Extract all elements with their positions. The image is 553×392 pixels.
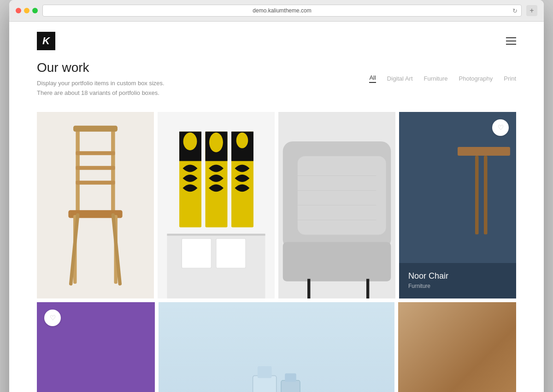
portfolio-item-chair[interactable] — [37, 112, 154, 298]
browser-window: demo.kaliumtheme.com ↻ + K Our work D — [9, 0, 544, 392]
light-inner — [159, 302, 394, 392]
svg-rect-12 — [167, 234, 265, 235]
site-header: K — [9, 22, 544, 60]
svg-rect-5 — [76, 181, 115, 185]
filter-furniture[interactable]: Furniture — [424, 75, 448, 82]
section-header: Our work Display your portfolio items in… — [37, 60, 516, 98]
svg-rect-3 — [76, 151, 115, 155]
sofa-inner — [278, 112, 395, 298]
site-logo[interactable]: K — [37, 32, 55, 50]
svg-point-17 — [183, 132, 197, 150]
section-title: Our work — [37, 60, 165, 75]
wood-texture — [398, 302, 516, 392]
traffic-lights — [16, 8, 38, 13]
svg-rect-27 — [307, 279, 310, 298]
svg-rect-36 — [253, 375, 276, 392]
heart-icon-purple: ♡ — [50, 314, 56, 321]
section-subtitle: Display your portfolio items in custom b… — [37, 79, 165, 98]
hamburger-menu[interactable] — [506, 37, 516, 45]
hamburger-line-1 — [506, 37, 516, 38]
heart-icon: ♡ — [498, 124, 504, 131]
chair-svg — [37, 112, 154, 298]
filter-nav: All Digital Art Furniture Photography Pr… — [369, 60, 516, 83]
portfolio-item-light[interactable] — [159, 302, 394, 392]
svg-rect-33 — [458, 147, 510, 156]
hamburger-line-3 — [506, 44, 516, 45]
svg-point-23 — [236, 132, 248, 148]
sofa-svg — [278, 112, 395, 298]
portfolio-item-sofa[interactable] — [278, 112, 395, 298]
svg-rect-37 — [258, 366, 272, 378]
bottom-row: ♡ — [37, 302, 516, 392]
new-tab-button[interactable]: + — [526, 5, 537, 16]
noor-overlay: Noor Chair Furniture — [399, 263, 516, 298]
portfolio-item-purple[interactable]: ♡ — [37, 302, 155, 392]
svg-rect-39 — [285, 373, 296, 381]
svg-rect-1 — [111, 127, 115, 215]
close-button[interactable] — [16, 8, 21, 13]
filter-photography[interactable]: Photography — [459, 75, 493, 82]
reload-icon[interactable]: ↻ — [512, 7, 518, 14]
filter-all[interactable]: All — [369, 74, 376, 83]
section-title-block: Our work Display your portfolio items in… — [37, 60, 165, 98]
svg-rect-26 — [283, 242, 391, 281]
url-text: demo.kaliumtheme.com — [253, 7, 311, 14]
posters-inner — [158, 112, 275, 298]
svg-rect-2 — [73, 125, 118, 131]
noor-category: Furniture — [408, 283, 507, 289]
svg-rect-35 — [484, 156, 488, 234]
purple-heart-button[interactable]: ♡ — [44, 310, 61, 326]
chair-inner — [37, 112, 154, 298]
browser-chrome: demo.kaliumtheme.com ↻ + — [9, 0, 544, 22]
subtitle-line-2: There are about 18 variants of portfolio… — [37, 89, 159, 96]
svg-rect-34 — [475, 156, 479, 234]
svg-rect-14 — [216, 239, 246, 268]
portfolio-item-wood[interactable] — [398, 302, 516, 392]
svg-point-20 — [209, 132, 223, 152]
noor-inner: ♡ Noor Chair Furniture — [399, 112, 516, 298]
svg-rect-28 — [366, 279, 369, 298]
filter-digital-art[interactable]: Digital Art — [387, 75, 413, 82]
filter-print[interactable]: Print — [504, 75, 516, 82]
address-bar[interactable]: demo.kaliumtheme.com ↻ — [42, 5, 522, 17]
svg-rect-4 — [76, 166, 115, 170]
portfolio-item-posters[interactable] — [158, 112, 275, 298]
logo-letter: K — [42, 36, 50, 46]
portfolio-item-noor[interactable]: ♡ Noor Chair Furniture — [399, 112, 516, 298]
noor-heart-button[interactable]: ♡ — [492, 119, 509, 136]
maximize-button[interactable] — [32, 8, 38, 13]
svg-rect-38 — [281, 380, 300, 392]
svg-rect-25 — [298, 156, 386, 235]
main-content: Our work Display your portfolio items in… — [9, 60, 544, 392]
minimize-button[interactable] — [24, 8, 29, 13]
light-svg — [182, 319, 371, 392]
subtitle-line-1: Display your portfolio items in custom b… — [37, 80, 165, 87]
portfolio-grid: ♡ Noor Chair Furniture — [37, 112, 516, 298]
page-content: K Our work Display your portfolio items … — [9, 22, 544, 392]
posters-svg — [158, 112, 275, 298]
svg-rect-13 — [182, 239, 211, 268]
svg-rect-0 — [76, 127, 80, 215]
noor-title: Noor Chair — [408, 271, 507, 281]
hamburger-line-2 — [506, 41, 516, 41]
